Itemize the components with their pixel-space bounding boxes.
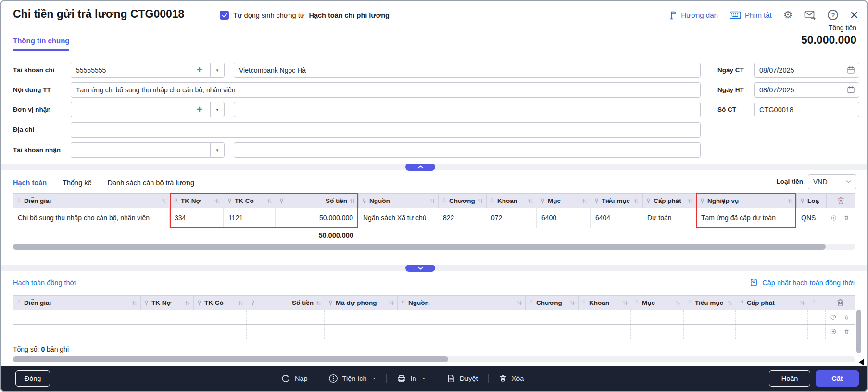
pin-icon[interactable] bbox=[16, 198, 22, 204]
sort-icon[interactable] bbox=[675, 300, 681, 306]
currency-select[interactable]: VND bbox=[808, 174, 856, 189]
pin-icon[interactable] bbox=[441, 198, 447, 204]
update-concurrent-link[interactable]: Cập nhật hạch toán đồng thời bbox=[749, 278, 855, 287]
pin-icon[interactable] bbox=[144, 300, 149, 306]
pin-icon[interactable] bbox=[811, 300, 817, 306]
pin-icon[interactable] bbox=[646, 198, 651, 204]
cell-loai[interactable]: QNS bbox=[796, 208, 826, 228]
sort-icon[interactable] bbox=[516, 300, 522, 306]
don-vi-nhan-name-input[interactable] bbox=[234, 102, 701, 117]
pin-icon[interactable] bbox=[634, 300, 640, 306]
help-question-icon[interactable]: ? bbox=[828, 10, 838, 20]
add-unit-icon[interactable]: + bbox=[197, 104, 202, 114]
so-ct-input[interactable] bbox=[754, 102, 859, 117]
delete-row-icon[interactable] bbox=[844, 214, 849, 222]
shortcuts-link[interactable]: Phím tắt bbox=[730, 11, 772, 19]
sort-icon[interactable] bbox=[727, 300, 733, 306]
column-header-tk-no[interactable]: TK Nợ bbox=[170, 194, 224, 208]
add-row-icon[interactable] bbox=[830, 313, 836, 322]
column-header-nguon[interactable]: Nguồn bbox=[398, 296, 526, 310]
add-row-icon[interactable] bbox=[831, 214, 836, 223]
cell-nghiep-vu[interactable]: Tạm ứng đã cấp dự toán bbox=[696, 208, 796, 228]
sort-icon[interactable] bbox=[429, 198, 435, 204]
pin-icon[interactable] bbox=[800, 198, 805, 204]
collapse-up-button[interactable] bbox=[405, 164, 435, 171]
pin-icon[interactable] bbox=[250, 300, 255, 306]
cell-dien-giai[interactable]: Chi bổ sung thu nhập cho cán bộ, nhân vi… bbox=[13, 208, 170, 228]
hach-toan-dong-thoi-link[interactable]: Hạch toán đồng thời bbox=[13, 279, 76, 287]
collapse-down-button[interactable] bbox=[405, 265, 435, 272]
sort-icon[interactable] bbox=[622, 300, 628, 306]
pin-icon[interactable] bbox=[528, 300, 534, 306]
guide-link[interactable]: Hướng dẫn bbox=[667, 10, 718, 20]
postpone-button[interactable]: Hoãn bbox=[769, 370, 810, 387]
bank-name-input[interactable] bbox=[234, 63, 701, 78]
scrollbar-thumb[interactable] bbox=[13, 356, 448, 362]
delete-button[interactable]: Xóa bbox=[499, 374, 524, 383]
settings-gear-icon[interactable]: ⚙ bbox=[783, 10, 793, 20]
tai-khoan-chi-input[interactable] bbox=[71, 63, 210, 78]
column-header-ma-du-phong[interactable]: Mã dự phòng bbox=[325, 296, 398, 310]
delete-all-icon[interactable] bbox=[836, 298, 845, 307]
column-header-cap-phat[interactable]: Cấp phát bbox=[736, 296, 808, 310]
column-header-muc[interactable]: Mục bbox=[631, 296, 684, 310]
pin-icon[interactable] bbox=[328, 300, 333, 306]
sort-icon[interactable] bbox=[528, 198, 534, 204]
pin-icon[interactable] bbox=[687, 300, 692, 306]
save-button[interactable]: Cất bbox=[816, 370, 859, 387]
column-header-so-tien[interactable]: Số tiền bbox=[276, 194, 359, 208]
utilities-button[interactable]: Tiện ích ▼ bbox=[328, 374, 376, 383]
column-header-dien-giai[interactable]: Diễn giải bbox=[13, 296, 141, 310]
tai-khoan-nhan-name-input[interactable] bbox=[234, 142, 701, 158]
column-header-tk-no[interactable]: TK Nợ bbox=[141, 296, 194, 310]
sort-icon[interactable] bbox=[478, 198, 483, 204]
pin-icon[interactable] bbox=[739, 300, 744, 306]
pin-icon[interactable] bbox=[401, 300, 406, 306]
delete-row-icon[interactable] bbox=[844, 313, 849, 322]
pin-icon[interactable] bbox=[16, 300, 22, 306]
tai-khoan-nhan-dropdown[interactable]: ▼ bbox=[210, 142, 225, 158]
cell-tk-co[interactable]: 1121 bbox=[224, 208, 276, 228]
vertical-scrollbar[interactable] bbox=[856, 310, 861, 353]
sort-icon[interactable] bbox=[634, 198, 640, 204]
sort-icon[interactable] bbox=[185, 300, 190, 306]
pin-icon[interactable] bbox=[197, 300, 202, 306]
column-header-khoan[interactable]: Khoản bbox=[487, 194, 537, 208]
column-header-tieu-muc[interactable]: Tiểu mục bbox=[684, 296, 736, 310]
column-header-loai[interactable]: Loạ bbox=[797, 194, 827, 208]
sort-icon[interactable] bbox=[788, 198, 793, 204]
tab-thong-ke[interactable]: Thống kê bbox=[63, 175, 91, 190]
sort-icon[interactable] bbox=[161, 198, 167, 204]
don-vi-nhan-dropdown[interactable]: ▼ bbox=[210, 102, 225, 117]
tab-hach-toan[interactable]: Hạch toán bbox=[13, 175, 47, 190]
column-header-nghiep-vu[interactable]: Nghiệp vụ bbox=[697, 194, 797, 208]
sort-icon[interactable] bbox=[316, 300, 322, 306]
tab-thong-tin-chung[interactable]: Thông tin chung bbox=[13, 37, 69, 51]
pin-icon[interactable] bbox=[490, 198, 495, 204]
sort-icon[interactable] bbox=[389, 300, 394, 306]
calendar-icon[interactable] bbox=[847, 66, 855, 74]
column-header-tk-co[interactable]: TK Có bbox=[194, 296, 247, 310]
sort-icon[interactable] bbox=[238, 300, 244, 306]
horizontal-scrollbar[interactable] bbox=[13, 356, 855, 362]
cell-muc[interactable]: 6400 bbox=[537, 208, 591, 228]
pin-icon[interactable] bbox=[227, 198, 232, 204]
pin-icon[interactable] bbox=[594, 198, 599, 204]
autogen-checkbox[interactable] bbox=[220, 11, 229, 20]
don-vi-nhan-input[interactable] bbox=[71, 102, 210, 117]
column-header-dien-giai[interactable]: Diễn giải bbox=[13, 194, 170, 208]
column-header-so-tien[interactable]: Số tiền bbox=[247, 296, 325, 310]
cell-nguon[interactable]: Ngân sách Xã tự chủ bbox=[358, 208, 438, 228]
sort-icon[interactable] bbox=[569, 300, 575, 306]
column-header-chuong[interactable]: Chương bbox=[439, 194, 487, 208]
column-header-delete[interactable] bbox=[827, 194, 855, 208]
calendar-icon[interactable] bbox=[847, 86, 855, 94]
sort-icon[interactable] bbox=[799, 300, 805, 306]
cell-so-tien[interactable]: 50.000.000 bbox=[276, 208, 358, 228]
column-header-tieu-muc[interactable]: Tiểu mục bbox=[591, 194, 643, 208]
delete-row-icon[interactable] bbox=[844, 328, 849, 336]
close-button[interactable]: Đóng bbox=[15, 370, 50, 387]
noi-dung-tt-input[interactable] bbox=[71, 82, 701, 98]
pin-icon[interactable] bbox=[700, 198, 705, 204]
add-account-icon[interactable]: + bbox=[197, 64, 202, 75]
